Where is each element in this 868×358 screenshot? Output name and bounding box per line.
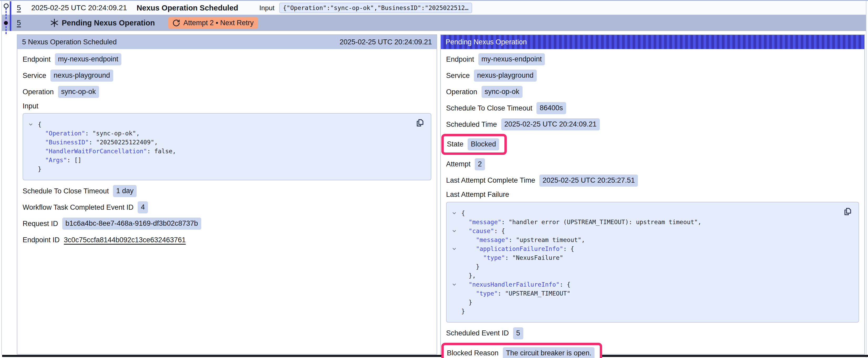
field-attempt-row: Attempt2	[446, 156, 859, 172]
code-line: "type": "UPSTREAM_TIMEOUT"	[452, 289, 853, 298]
field-scheduled-time-label: Scheduled Time	[446, 121, 497, 129]
field-schedule-to-close-timeout-value: 1 day	[113, 185, 136, 197]
field-blocked-reason-row: Blocked ReasonThe circuit breaker is ope…	[446, 343, 859, 358]
pending-operation-panel: Pending Nexus Operation Endpointmy-nexus…	[440, 34, 865, 355]
code-text: }	[461, 298, 472, 307]
code-text: "Operation": "sync-op-ok",	[38, 129, 140, 138]
failure-json-code: { "message": "handler error (UPSTREAM_TI…	[452, 209, 853, 316]
timeline-filled-node-icon	[4, 21, 8, 25]
field-state-value: Blocked	[468, 138, 499, 151]
code-line: "message": "upstream timeout",	[452, 235, 853, 245]
code-text: "message": "upstream timeout",	[461, 235, 585, 245]
field-endpoint-row: Endpointmy-nexus-endpoint	[23, 51, 431, 67]
event-id-link[interactable]: 5	[17, 19, 21, 27]
collapse-chevron-icon[interactable]	[452, 247, 457, 251]
event-type-label: Nexus Operation Scheduled	[136, 3, 238, 12]
field-request-id-value: b1c6a4bc-8ee7-468a-9169-df3b02c8737b	[62, 218, 201, 230]
input-json-code: { "Operation": "sync-op-ok", "BusinessID…	[28, 120, 426, 173]
window-right-border	[866, 1, 866, 358]
code-text: "type": "UPSTREAM_TIMEOUT"	[461, 289, 570, 298]
field-service-row: Servicenexus-playground	[446, 67, 859, 84]
scheduled-panel-header: 5 Nexus Operation Scheduled 2025-02-25 U…	[17, 35, 437, 49]
field-schedule-to-close-timeout-row: Schedule To Close Timeout86400s	[446, 100, 859, 116]
code-line: "message": "handler error (UPSTREAM_TIME…	[452, 218, 853, 227]
field-endpoint-label: Endpoint	[446, 55, 474, 64]
field-last-attempt-complete-time-row: Last Attempt Complete Time2025-02-25 UTC…	[446, 172, 859, 189]
code-line: "HandlerWaitForCancellation": false,	[28, 147, 426, 156]
field-request-id-label: Request ID	[23, 220, 58, 228]
code-text: "BusinessID": "20250225122409",	[38, 138, 158, 147]
copy-icon[interactable]	[415, 118, 425, 127]
field-scheduled-event-id-label: Scheduled Event ID	[446, 329, 509, 337]
field-blocked-reason-value: The circuit breaker is open.	[503, 347, 595, 358]
field-scheduled-event-id-value: 5	[513, 327, 523, 339]
annotation-highlight-box: Blocked ReasonThe circuit breaker is ope…	[441, 343, 602, 358]
field-state-label: State	[447, 140, 463, 148]
event-timestamp: 2025-02-25 UTC 20:24:09.21	[31, 4, 127, 12]
scheduled-panel-title: 5 Nexus Operation Scheduled	[22, 38, 117, 46]
collapse-chevron-icon[interactable]	[28, 122, 33, 127]
history-row-pending[interactable]: 5 Pending Nexus Operation Attempt 2 • Ne…	[2, 15, 866, 31]
retry-status-badge: Attempt 2 • Next Retry	[168, 17, 258, 29]
scheduled-panel-timestamp: 2025-02-25 UTC 20:24:09.21	[340, 38, 432, 46]
timeline-open-node-icon	[4, 3, 9, 8]
temporal-event-history-screen: 5 2025-02-25 UTC 20:24:09.21 Nexus Opera…	[0, 0, 868, 358]
code-text: "applicationFailureInfo": {	[461, 245, 574, 253]
code-text: "HandlerWaitForCancellation": false,	[38, 147, 176, 156]
field-endpoint-row: Endpointmy-nexus-endpoint	[446, 51, 859, 67]
field-last-attempt-complete-time-value: 2025-02-25 UTC 20:25:27.51	[539, 174, 638, 187]
code-line: {	[28, 120, 426, 129]
retry-badge-text: Attempt 2 • Next Retry	[183, 19, 254, 27]
code-text: "type": "NexusFailure"	[461, 253, 563, 262]
field-attempt-value: 2	[475, 158, 485, 170]
code-line: "type": "NexusFailure"	[452, 253, 853, 262]
field-last-attempt-complete-time-label: Last Attempt Complete Time	[446, 176, 535, 185]
code-text: {	[38, 120, 41, 129]
code-text: {	[461, 209, 465, 218]
field-operation-label: Operation	[446, 88, 477, 96]
code-line: }	[452, 262, 853, 271]
field-workflow-task-completed-event-id-value: 4	[138, 201, 148, 214]
code-line: {	[452, 209, 853, 218]
code-text: "Args": []	[38, 156, 82, 165]
code-text: "message": "handler error (UPSTREAM_TIME…	[461, 218, 702, 227]
code-line: "Operation": "sync-op-ok",	[28, 129, 426, 138]
code-line: "BusinessID": "20250225122409",	[28, 138, 426, 147]
code-text: "nexusHandlerFailureInfo": {	[461, 280, 570, 289]
event-id-link[interactable]: 5	[17, 4, 21, 12]
field-service-label: Service	[23, 72, 46, 80]
input-json-viewer: { "Operation": "sync-op-ok", "BusinessID…	[23, 113, 431, 180]
scheduled-fields-bottom: Schedule To Close Timeout1 dayWorkflow T…	[23, 183, 431, 248]
code-line: },	[452, 271, 853, 280]
field-schedule-to-close-timeout-label: Schedule To Close Timeout	[23, 187, 109, 195]
field-workflow-task-completed-event-id-label: Workflow Task Completed Event ID	[23, 203, 133, 211]
history-row-scheduled[interactable]: 5 2025-02-25 UTC 20:24:09.21 Nexus Opera…	[2, 1, 866, 15]
copy-icon[interactable]	[843, 207, 852, 216]
field-service-row: Servicenexus-playground	[23, 67, 431, 84]
collapse-chevron-icon[interactable]	[452, 282, 457, 287]
field-endpoint-id-value[interactable]: 3c0c75ccfa8144b092c13ce632463761	[64, 236, 186, 244]
field-service-label: Service	[446, 72, 470, 80]
field-service-value: nexus-playground	[51, 70, 113, 82]
field-scheduled-time-row: Scheduled Time2025-02-25 UTC 20:24:09.21	[446, 116, 859, 133]
window-left-border	[1, 1, 2, 355]
field-scheduled-event-id-row: Scheduled Event ID5	[446, 325, 859, 341]
field-workflow-task-completed-event-id-row: Workflow Task Completed Event ID4	[23, 199, 431, 216]
code-line: "nexusHandlerFailureInfo": {	[452, 280, 853, 289]
scheduled-fields-top: Endpointmy-nexus-endpointServicenexus-pl…	[23, 51, 431, 100]
input-preview-badge[interactable]: {"Operation":"sync-op-ok","BusinessID":"…	[279, 3, 472, 13]
code-line: }	[28, 165, 426, 173]
collapse-chevron-icon[interactable]	[452, 229, 457, 233]
input-section-label: Input	[23, 100, 431, 112]
field-request-id-row: Request IDb1c6a4bc-8ee7-468a-9169-df3b02…	[23, 216, 431, 232]
field-state-row: StateBlocked	[446, 134, 859, 155]
field-operation-row: Operationsync-op-ok	[446, 84, 859, 100]
code-line: "Args": []	[28, 156, 426, 165]
failure-json-viewer: { "message": "handler error (UPSTREAM_TI…	[446, 202, 859, 323]
code-line: }	[452, 307, 853, 316]
field-operation-value: sync-op-ok	[58, 86, 99, 98]
collapse-chevron-icon[interactable]	[452, 211, 457, 216]
field-operation-label: Operation	[23, 88, 54, 96]
field-service-value: nexus-playground	[474, 70, 537, 82]
field-endpoint-value: my-nexus-endpoint	[478, 53, 545, 65]
